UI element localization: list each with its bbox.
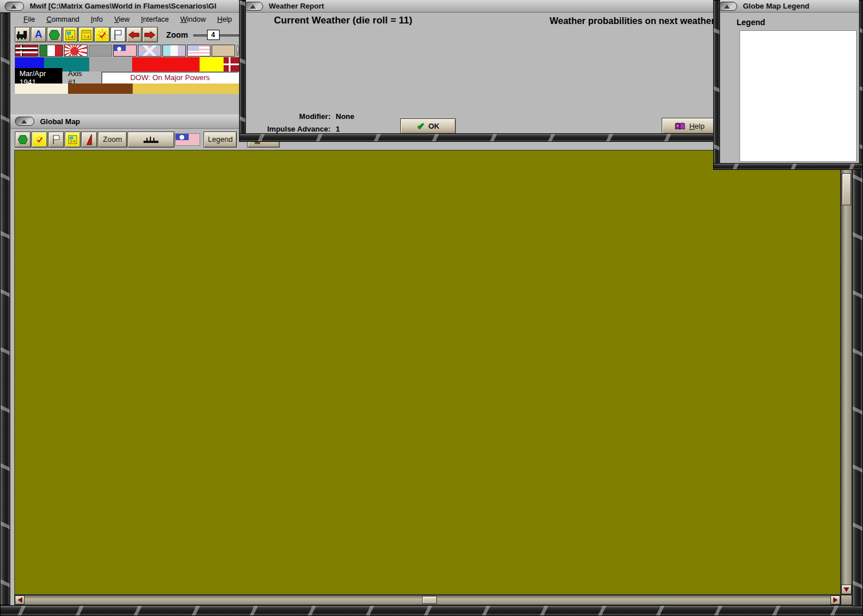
china-flag bbox=[175, 133, 200, 146]
weather-report-window: Weather Report Current Weather (die roll… bbox=[239, 0, 725, 142]
map-horizontal-scrollbar[interactable] bbox=[14, 595, 841, 605]
scroll-down-arrow[interactable] bbox=[841, 585, 852, 594]
svg-text:1-4: 1-4 bbox=[67, 35, 73, 39]
gauge-icon[interactable] bbox=[81, 132, 97, 148]
main-bottom-frame bbox=[0, 605, 863, 616]
menu-interface[interactable]: Interface bbox=[136, 14, 174, 25]
weather-window-title: Weather Report bbox=[269, 2, 324, 10]
menu-file[interactable]: File bbox=[18, 14, 40, 25]
weather-icon[interactable] bbox=[31, 132, 47, 148]
impulse-segment-cream bbox=[15, 84, 68, 94]
modifier-row: Modifier: None bbox=[246, 110, 417, 122]
flag-uk[interactable] bbox=[138, 45, 161, 57]
main-window-system-button[interactable] bbox=[5, 2, 24, 11]
flag-japan[interactable] bbox=[64, 45, 88, 57]
legend-heading: Legend bbox=[737, 18, 765, 27]
turn-icon[interactable]: 7-4 bbox=[78, 27, 94, 42]
impulse-track bbox=[10, 84, 239, 94]
flag-gap[interactable] bbox=[89, 45, 112, 57]
h-scroll-thumb[interactable] bbox=[422, 596, 437, 604]
main-right-frame bbox=[852, 166, 863, 606]
map-zoom-button[interactable]: Zoom bbox=[98, 132, 127, 148]
svg-text:1-4: 1-4 bbox=[70, 139, 76, 143]
svg-text:7-4: 7-4 bbox=[83, 35, 89, 39]
current-weather-heading: Current Weather (die roll = 11) bbox=[260, 15, 426, 26]
weather-window-system-button[interactable] bbox=[244, 2, 263, 11]
major-powers-flag-bar bbox=[10, 43, 239, 57]
main-left-frame bbox=[0, 13, 10, 605]
flag-icon[interactable] bbox=[110, 27, 126, 42]
v-scroll-thumb[interactable] bbox=[842, 173, 851, 205]
flag-icon[interactable] bbox=[48, 132, 64, 148]
map-legend-button[interactable]: Legend bbox=[204, 132, 237, 148]
naval-review-button[interactable] bbox=[128, 132, 174, 148]
dow-status: DOW: On Major Powers bbox=[101, 71, 239, 84]
flag-france[interactable] bbox=[162, 45, 186, 57]
map-vertical-scrollbar[interactable] bbox=[841, 150, 852, 595]
legend-titlebar: Globe Map Legend bbox=[713, 0, 863, 13]
power-segment-red bbox=[132, 57, 200, 71]
ok-button[interactable]: ✔ OK bbox=[400, 118, 456, 134]
legend-window-system-button[interactable] bbox=[718, 2, 737, 11]
legend-panel bbox=[739, 30, 857, 162]
menu-info[interactable]: Info bbox=[86, 14, 108, 25]
back-arrow-icon[interactable] bbox=[126, 27, 142, 42]
hex-icon[interactable] bbox=[15, 132, 31, 148]
app-screen: Mwif [C:\Matrix Games\World in Flames\Sc… bbox=[0, 0, 863, 616]
power-segment-yellow bbox=[200, 57, 223, 71]
main-window-title: Mwif [C:\Matrix Games\World in Flames\Sc… bbox=[30, 2, 216, 10]
impulse-segment-brown bbox=[68, 84, 133, 94]
flag-usa[interactable] bbox=[187, 45, 210, 57]
menubar: FileCommandInfoViewInterfaceWindowHelp bbox=[10, 13, 239, 26]
flag-ussr[interactable] bbox=[212, 45, 235, 57]
scroll-left-arrow[interactable] bbox=[15, 595, 25, 605]
production-icon[interactable]: 1-4 bbox=[65, 132, 81, 148]
weather-content: Current Weather (die roll = 11) Modifier… bbox=[246, 13, 720, 133]
help-button[interactable]: Help bbox=[662, 118, 718, 134]
zoom-label: Zoom bbox=[166, 30, 188, 39]
status-row: Mar/Apr 1941 Axis #1 DOW: On Major Power… bbox=[10, 72, 239, 84]
menu-help[interactable]: Help bbox=[212, 14, 237, 25]
train-icon[interactable] bbox=[15, 27, 30, 42]
world-map[interactable] bbox=[14, 150, 841, 595]
menu-command[interactable]: Command bbox=[41, 14, 85, 25]
map-window-system-button[interactable] bbox=[15, 117, 34, 126]
forward-arrow-icon[interactable] bbox=[142, 27, 158, 42]
ship-icon bbox=[142, 135, 160, 144]
main-toolbar: A 1-4 7-4 Zoom 4 bbox=[10, 26, 239, 43]
globe-map-legend-window: Globe Map Legend Legend bbox=[713, 0, 863, 170]
weather-titlebar: Weather Report bbox=[239, 0, 725, 13]
zoom-slider[interactable]: 4 bbox=[193, 30, 239, 40]
legend-window-title: Globe Map Legend bbox=[743, 2, 809, 10]
flag-italy[interactable] bbox=[39, 45, 63, 57]
hex-icon[interactable] bbox=[47, 27, 62, 42]
menu-window[interactable]: Window bbox=[175, 14, 210, 25]
production-icon[interactable]: 1-4 bbox=[63, 27, 78, 42]
menu-view[interactable]: View bbox=[109, 14, 135, 25]
zoom-slider-thumb[interactable]: 4 bbox=[207, 30, 220, 40]
book-icon bbox=[675, 122, 685, 130]
flag-germany[interactable] bbox=[15, 45, 38, 57]
germany-flag-marker bbox=[224, 57, 240, 71]
font-icon[interactable]: A bbox=[31, 27, 46, 42]
flag-china[interactable] bbox=[113, 45, 137, 57]
weather-icon[interactable] bbox=[94, 27, 110, 42]
check-icon: ✔ bbox=[417, 121, 424, 132]
scrollbar-corner bbox=[841, 595, 852, 605]
impulse-segment-gold bbox=[133, 84, 239, 94]
scroll-right-arrow[interactable] bbox=[830, 595, 840, 605]
map-window-title: Global Map bbox=[40, 117, 80, 126]
legend-content: Legend bbox=[720, 13, 859, 163]
global-map-window: Global Map 1-4 Zoom Legend Clo bbox=[10, 114, 863, 605]
